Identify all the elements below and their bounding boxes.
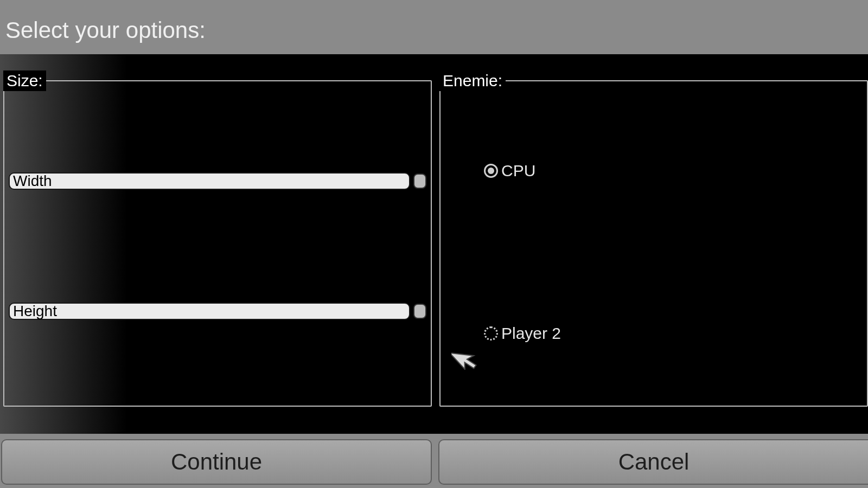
height-slider[interactable]: Height bbox=[9, 303, 426, 320]
dialog-footer: Continue Cancel bbox=[0, 439, 868, 485]
dialog-title: Select your options: bbox=[5, 17, 863, 43]
size-panel: Size: Width Height bbox=[3, 70, 432, 407]
width-slider-thumb[interactable] bbox=[413, 174, 426, 189]
enemy-radio-player2-label: Player 2 bbox=[501, 324, 561, 343]
width-slider-track[interactable]: Width bbox=[9, 172, 410, 190]
cursor-arrow-icon bbox=[451, 346, 484, 370]
radio-icon bbox=[484, 326, 498, 341]
height-slider-label: Height bbox=[13, 304, 57, 319]
dialog-header: Select your options: bbox=[0, 0, 868, 54]
continue-button[interactable]: Continue bbox=[1, 439, 432, 485]
dialog-body: Size: Width Height Enemie: bbox=[0, 54, 868, 434]
width-slider[interactable]: Width bbox=[9, 172, 426, 190]
enemy-panel-body: CPU Player 2 bbox=[441, 91, 867, 406]
enemy-radio-cpu[interactable]: CPU bbox=[484, 162, 535, 180]
enemy-radio-player2[interactable]: Player 2 bbox=[484, 324, 561, 343]
radio-icon bbox=[484, 164, 498, 178]
enemy-panel-legend: Enemie: bbox=[439, 70, 506, 91]
size-panel-legend: Size: bbox=[3, 70, 46, 91]
radio-dot-icon bbox=[488, 168, 494, 174]
enemy-radio-cpu-label: CPU bbox=[501, 162, 535, 180]
height-slider-track[interactable]: Height bbox=[9, 303, 410, 320]
enemy-panel: Enemie: CPU Player 2 bbox=[439, 70, 868, 407]
width-slider-label: Width bbox=[13, 174, 52, 189]
svg-marker-0 bbox=[451, 346, 478, 370]
size-panel-body: Width Height bbox=[4, 91, 431, 406]
cancel-button[interactable]: Cancel bbox=[438, 439, 868, 485]
height-slider-thumb[interactable] bbox=[413, 304, 426, 319]
